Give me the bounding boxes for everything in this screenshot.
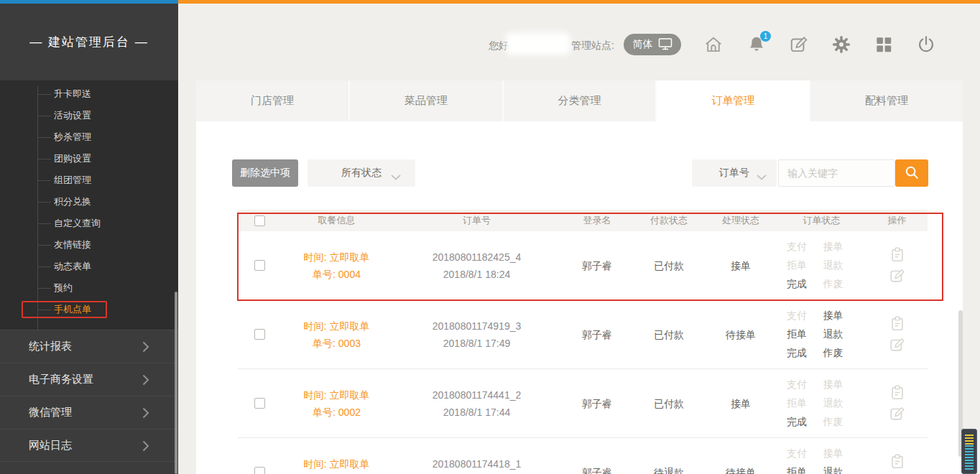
edit-order-icon[interactable]	[889, 336, 906, 353]
status-action-accept: 接单	[823, 445, 857, 463]
row-checkbox[interactable]	[254, 398, 265, 409]
row-checkbox[interactable]	[254, 260, 265, 271]
table-row: 时间: 立即取单 单号: 0003 20180801174919_3 2018/…	[238, 300, 928, 369]
sidebar-item-points-exchange[interactable]: 积分兑换	[0, 191, 178, 213]
language-site-pill[interactable]: 简体	[624, 34, 681, 55]
sidebar-item-flash-sale[interactable]: 秒杀管理	[0, 126, 178, 148]
status-action-refund[interactable]: 退款	[823, 325, 857, 343]
table-row: 时间: 立即取单 单号: 0004 20180801182425_4 2018/…	[238, 231, 928, 300]
chevron-right-icon	[142, 341, 149, 353]
sidebar-scrollbar[interactable]	[175, 292, 177, 474]
row-checkbox[interactable]	[254, 329, 265, 340]
sidebar-sections: 统计报表电子商务设置微信管理网站日志	[0, 330, 178, 474]
status-action-complete[interactable]: 完成	[787, 275, 820, 293]
table-row: 时间: 立即取单 单号: 0002 20180801174441_2 2018/…	[238, 369, 928, 438]
order-detail-icon[interactable]	[889, 453, 906, 470]
sidebar-item-group-management[interactable]: 组团管理	[0, 169, 178, 191]
power-logout-icon[interactable]	[916, 34, 936, 55]
pickup-time: 时间: 立即取单	[304, 455, 370, 473]
status-action-reject: 拒单	[787, 256, 820, 274]
status-action-accept[interactable]: 接单	[823, 307, 857, 325]
sidebar-item-custom-query[interactable]: 自定义查询	[0, 213, 178, 234]
tab-orders[interactable]: 订单管理	[655, 80, 809, 121]
delete-selected-button[interactable]: 删除选中项	[232, 159, 298, 187]
sidebar-section-site-logs[interactable]: 网站日志	[0, 429, 178, 462]
login-name: 郭子睿	[561, 464, 633, 474]
section-label: 电子商务设置	[29, 373, 93, 386]
chevron-down-icon	[757, 171, 767, 177]
pay-status: 已付款	[633, 326, 705, 343]
order-number: 20180801174441_2	[433, 386, 522, 404]
select-all-checkbox[interactable]	[254, 215, 265, 226]
status-action-pay: 支付	[787, 307, 820, 325]
orders-table: 取餐信息 订单号 登录名 付款状态 处理状态 订单状态 操作 时间: 立即取单 …	[238, 210, 928, 474]
status-action-refund: 退款	[823, 394, 857, 412]
row-checkbox[interactable]	[254, 467, 265, 474]
sidebar-item-activity-settings[interactable]: 活动设置	[0, 105, 178, 126]
pickup-time: 时间: 立即取单	[304, 317, 370, 335]
chevron-right-icon	[142, 407, 149, 419]
sidebar-item-label: 自定义查询	[54, 218, 101, 228]
order-detail-icon[interactable]	[889, 246, 906, 264]
edit-order-icon[interactable]	[889, 405, 906, 422]
sidebar-item-group-buy-settings[interactable]: 团购设置	[0, 148, 178, 169]
status-action-reject[interactable]: 拒单	[787, 325, 820, 343]
status-filter-value: 所有状态	[341, 167, 382, 180]
monitor-icon	[658, 37, 672, 52]
process-status: 待接单	[705, 464, 777, 474]
notification-badge: 1	[760, 31, 771, 42]
sidebar-item-dynamic-forms[interactable]: 动态表单	[0, 256, 178, 277]
status-action-refund[interactable]: 退款	[823, 463, 857, 474]
tab-categories[interactable]: 分类管理	[502, 80, 656, 121]
status-action-complete[interactable]: 完成	[787, 413, 820, 431]
order-status-actions: 支付接单拒单退款完成作废	[777, 307, 866, 362]
sidebar-section-wechat-management[interactable]: 微信管理	[0, 396, 178, 429]
notifications-bell-icon[interactable]: 1	[746, 34, 767, 55]
tab-stores[interactable]: 门店管理	[196, 80, 348, 121]
sidebar-item-friend-links[interactable]: 友情链接	[0, 234, 178, 256]
login-name: 郭子睿	[561, 395, 633, 412]
chevron-right-icon	[142, 440, 149, 452]
tab-ingredients[interactable]: 配料管理	[809, 80, 963, 121]
sidebar-item-label: 升卡即送	[54, 88, 91, 99]
page: — 建站管理后台 — 升卡即送活动设置秒杀管理团购设置组团管理积分兑换自定义查询…	[0, 0, 980, 474]
process-status: 接单	[705, 395, 777, 412]
sidebar-item-label: 组团管理	[54, 175, 91, 185]
table-header: 取餐信息 订单号 登录名 付款状态 处理状态 订单状态 操作	[238, 210, 928, 231]
status-action-void[interactable]: 作废	[823, 344, 857, 362]
app-title: — 建站管理后台 —	[0, 4, 178, 80]
order-status-actions: 支付接单拒单退款完成作废	[777, 376, 866, 431]
status-action-refund: 退款	[823, 256, 857, 274]
search-button[interactable]	[895, 159, 928, 187]
col-pay-status: 付款状态	[633, 212, 705, 229]
sidebar-item-label: 友情链接	[54, 239, 91, 250]
stripe-cyan-block	[965, 445, 974, 470]
sidebar-section-ecommerce-settings[interactable]: 电子商务设置	[0, 363, 178, 396]
compose-icon[interactable]	[789, 34, 809, 55]
gear-icon[interactable]	[831, 34, 851, 55]
order-detail-icon[interactable]	[889, 315, 906, 333]
home-icon[interactable]	[703, 34, 724, 55]
order-detail-icon[interactable]	[889, 384, 906, 401]
tab-dishes[interactable]: 菜品管理	[348, 80, 502, 121]
order-number: 20180801182425_4	[433, 248, 522, 266]
status-filter-select[interactable]: 所有状态	[308, 159, 415, 187]
sidebar-section-statistics-reports[interactable]: 统计报表	[0, 330, 178, 363]
order-number: 20180801174418_1	[433, 455, 522, 473]
status-action-reject[interactable]: 拒单	[787, 463, 820, 474]
sidebar-item-reservation[interactable]: 预约	[0, 277, 178, 299]
edit-order-icon[interactable]	[889, 267, 906, 284]
order-time: 2018/8/1 18:24	[443, 266, 510, 283]
status-action-complete[interactable]: 完成	[787, 344, 820, 362]
language-pill-label: 简体	[633, 38, 653, 51]
sidebar-item-card-bonus[interactable]: 升卡即送	[0, 83, 178, 105]
apps-grid-icon[interactable]	[874, 34, 894, 55]
sidebar-item-mobile-ordering[interactable]: 手机点单	[0, 299, 178, 320]
status-action-pay: 支付	[787, 445, 820, 463]
keyword-input[interactable]	[778, 159, 895, 187]
search-field-select[interactable]: 订单号	[692, 159, 777, 187]
status-action-pay: 支付	[787, 376, 820, 394]
content-panel: 门店管理菜品管理分类管理订单管理配料管理 删除选中项 所有状态 订单号	[196, 80, 963, 474]
status-action-void: 作废	[823, 413, 857, 431]
greeting-label: 您好	[489, 37, 509, 53]
